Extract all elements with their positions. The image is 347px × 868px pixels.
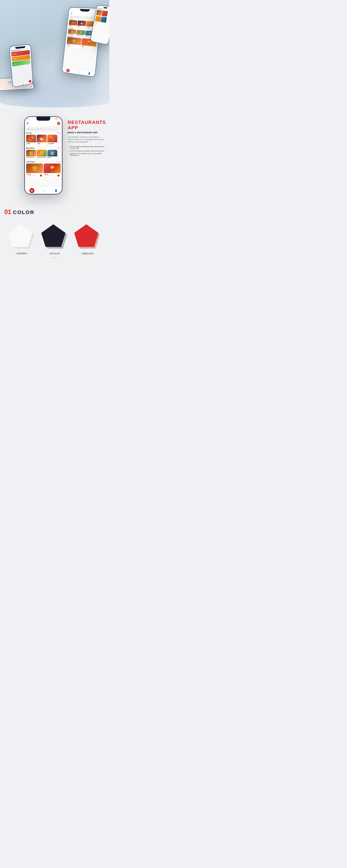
pentagon-red (74, 224, 99, 247)
color-hex-white: #F9F9F9 (17, 252, 27, 255)
text-content: RESTAURANTS APP MAKE A RESTAURANT APP TA… (68, 115, 106, 157)
restaurant-card-cotta[interactable]: 🍜 Cotta ★★★★★ (37, 135, 47, 146)
phone-hero-2: Choose Your Order 🍔 Burger 🍕 Pizza 🥗 Sal… (9, 44, 33, 88)
lechantill-info: Le Chantill ★★★★★ (48, 142, 57, 146)
place-card-cotta[interactable]: 🍟 Cotta Visit d'Fique Cafe d Blue... ★★★ (44, 163, 61, 179)
pentagon-dark (41, 224, 66, 247)
app-nav-bar (25, 121, 62, 126)
feature-text-1: OFFER MOBILE ORDERING FOR TABLE SERVICE … (70, 146, 106, 149)
pentagon-wrapper-red (74, 224, 101, 249)
double-big-tasty-image: 🍔 (26, 150, 36, 156)
offer-card-bigmac[interactable]: 🍔 Big Mac ★★ (48, 150, 57, 159)
offer-card-breakfast[interactable]: 🥚 Big Breakfast Meal ★★ (37, 150, 47, 159)
bottom-nav-compass[interactable]: ⊙ (43, 189, 45, 192)
place-cotta-avatar (57, 174, 60, 177)
place-kimbo-avatar (40, 174, 42, 177)
kimbo-stars: ★★★★★ (27, 144, 35, 145)
camera-dot (43, 118, 44, 119)
place-card-kimbo[interactable]: 🍔 Kimbo Visit d'Fique Restaura... ★★★★ (26, 163, 43, 179)
app-logo-icon (57, 122, 60, 125)
app-description: TAKE ORDERS, PAYMENTS AND IMPROVE LOYALT… (68, 136, 106, 144)
feature-check-2: ✓ (68, 150, 69, 152)
for-you-header: For You View All (26, 132, 61, 134)
feature-text-2: START OFFERING DELIVERY AND COLLECTION (70, 150, 103, 152)
for-you-view-all[interactable]: View All (57, 132, 61, 133)
search-placeholder-text: Search for restaurants... (30, 129, 43, 130)
breakfast-info: Big Breakfast Meal ★★ (37, 156, 47, 159)
color-section-header: 01 COLOR (4, 208, 105, 216)
hamburger-icon[interactable] (27, 123, 29, 124)
bigmac-info: Big Mac ★★ (48, 156, 57, 159)
kimbo-name: Kimbo (27, 143, 35, 144)
hero-section: Delivery To Your Home Lorem ipsum dolor … (0, 0, 109, 107)
feature-item-3: ✓ IMPROVE CUSTOMER LOYALTY AND ORDER FRE… (68, 153, 106, 156)
cotta-image: 🍜 (37, 135, 47, 142)
best-offers-view-all[interactable]: View All (57, 148, 61, 149)
for-you-cards: 🥩 Kimbo ★★★★★ 🍜 (26, 135, 61, 146)
best-offers-header: Best Offers View All (26, 147, 61, 149)
bigmac-name: Big Mac (48, 157, 57, 158)
place-cotta-image: 🍟 (44, 163, 61, 173)
pentagon-wrapper-dark (41, 224, 68, 249)
for-you-section: For You View All 🥩 Kimbo ★★★★★ (25, 132, 62, 146)
double-big-tasty-name: Double Big Tasty (27, 157, 36, 158)
feature-check-1: ✓ (68, 146, 69, 148)
place-cotta-stars: ★★★ (44, 177, 47, 178)
feature-check-3: ✓ (68, 153, 69, 155)
search-bar[interactable]: 🔍 Search for restaurants... (26, 127, 61, 131)
double-big-tasty-price: ★★ (27, 158, 36, 159)
lechantill-image: 🍗 (48, 135, 57, 142)
lechantill-name: Le Chantill (48, 143, 57, 144)
breakfast-name: Big Breakfast Meal (37, 157, 46, 158)
place-kimbo-stars: ★★★★ (27, 177, 30, 178)
restaurant-card-kimbo[interactable]: 🥩 Kimbo ★★★★★ (26, 135, 36, 146)
pentagon-wrapper-white (8, 224, 35, 249)
kimbo-image: 🥩 (26, 135, 36, 142)
bottom-nav-profile[interactable]: 👤 (55, 189, 57, 192)
place-cotta-info: Cotta Visit d'Fique Cafe d Blue... ★★★ (44, 173, 61, 179)
phone-showcase: 9:41 ▎▎▎ 🔋 🔍 Search for restaurants... (24, 116, 62, 194)
your-places-header: Your Places View All (26, 161, 61, 163)
color-number: 01 (4, 208, 11, 216)
phone-screen: 9:41 ▎▎▎ 🔋 🔍 Search for restaurants... (25, 117, 62, 194)
app-ui: 9:41 ▎▎▎ 🔋 🔍 Search for restaurants... (25, 117, 62, 194)
watermark: diimo (4, 255, 105, 262)
best-offers-title: Best Offers (26, 147, 35, 149)
showcase-section: 9:41 ▎▎▎ 🔋 🔍 Search for restaurants... (0, 107, 109, 202)
lechantill-stars: ★★★★★ (48, 144, 57, 145)
feature-list: ✓ OFFER MOBILE ORDERING FOR TABLE SERVIC… (68, 146, 106, 156)
color-section: 01 COLOR #F9F9F9 #1F1C2C #DB2A2D (0, 202, 109, 273)
app-title: RESTAURANTS APP (68, 120, 106, 130)
feature-item-2: ✓ START OFFERING DELIVERY AND COLLECTION (68, 150, 106, 152)
feature-item-1: ✓ OFFER MOBILE ORDERING FOR TABLE SERVIC… (68, 146, 106, 149)
restaurant-card-lechantill[interactable]: 🍗 Le Chantill ★★★★★ (48, 135, 57, 146)
feature-text-3: IMPROVE CUSTOMER LOYALTY AND ORDER FREQU… (70, 153, 106, 156)
color-heading: COLOR (13, 209, 34, 215)
your-places-cards: 🍔 Kimbo Visit d'Fique Restaura... ★★★★ (26, 163, 61, 179)
best-offers-cards: 🍔 Double Big Tasty ★★ 🥚 Big B (26, 150, 61, 159)
watermark-text: diimo (53, 256, 57, 259)
your-places-section: Your Places View All 🍔 Kimbo Visit d'Fiq… (25, 161, 62, 179)
color-hex-red: #DB2A2D (82, 252, 93, 255)
status-icons: ▎▎▎ 🔋 (55, 118, 60, 119)
cotta-stars: ★★★★★ (37, 144, 46, 145)
double-big-tasty-info: Double Big Tasty ★★ (26, 156, 36, 159)
search-icon: 🔍 (28, 128, 30, 130)
cotta-name: Cotta (37, 143, 46, 144)
color-item-white: #F9F9F9 (8, 224, 35, 255)
breakfast-price: ★★ (37, 158, 46, 159)
cotta-info: Cotta ★★★★★ (37, 142, 47, 146)
for-you-title: For You (26, 132, 32, 134)
your-places-view-all[interactable]: View All (57, 161, 61, 162)
best-offers-section: Best Offers View All 🍔 Double Big Tasty … (25, 147, 62, 159)
app-subtitle: MAKE A RESTAURANT APP (68, 131, 106, 134)
breakfast-image: 🥚 (37, 150, 47, 156)
app-bottom-nav: 🏠 ⊙ 👤 (25, 187, 62, 194)
place-kimbo-info: Kimbo Visit d'Fique Restaura... ★★★★ (26, 173, 43, 179)
color-item-red: #DB2A2D (74, 224, 101, 255)
bottom-nav-home[interactable]: 🏠 (29, 188, 34, 193)
offer-card-double-big-tasty[interactable]: 🍔 Double Big Tasty ★★ (26, 150, 36, 159)
bigmac-image: 🍔 (48, 150, 57, 156)
phone-notch (36, 117, 50, 121)
place-kimbo-image: 🍔 (26, 163, 43, 173)
